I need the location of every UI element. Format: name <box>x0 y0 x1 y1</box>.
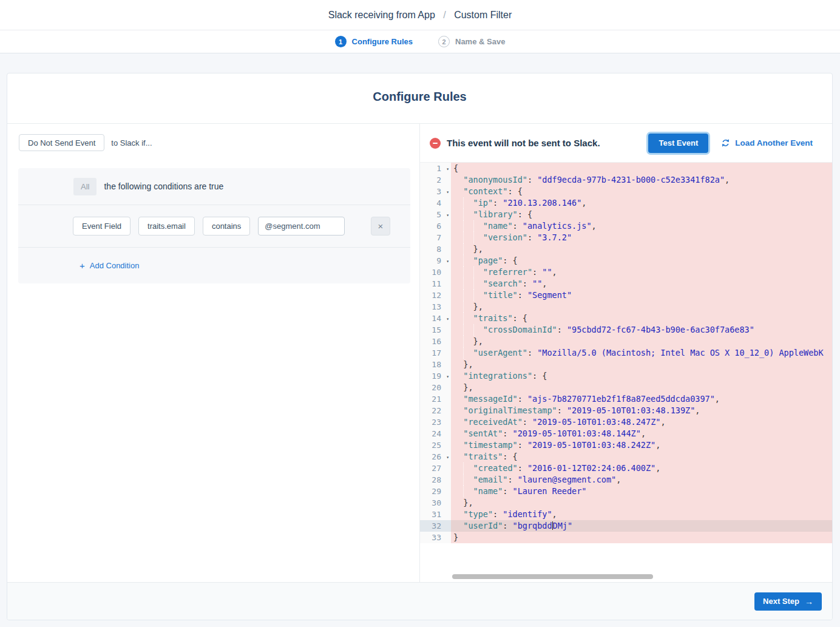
code-line-20[interactable]: 20 }, <box>420 382 832 393</box>
line-number: 14▾ <box>420 313 451 324</box>
code-line-5[interactable]: 5▾ "library": { <box>420 209 832 220</box>
next-step-button[interactable]: Next Step → <box>754 592 822 611</box>
code-line-21[interactable]: 21 "messageId": "ajs-7b8270771eb2f1f8a87… <box>420 393 832 405</box>
code-line-12[interactable]: 12 "title": "Segment" <box>420 290 832 301</box>
stepper: 1 Configure Rules 2 Name & Save <box>0 30 840 53</box>
line-number: 7 <box>420 232 451 243</box>
condition-field-button[interactable]: Event Field <box>73 217 130 236</box>
code-line-25[interactable]: 25 "timestamp": "2019-05-10T01:03:48.242… <box>420 439 832 451</box>
line-number: 11 <box>420 278 451 290</box>
plus-icon: + <box>80 260 85 271</box>
code-line-17[interactable]: 17 "userAgent": "Mozilla/5.0 (Macintosh;… <box>420 347 832 359</box>
code-line-3[interactable]: 3▾ "context": { <box>420 186 832 197</box>
json-event-editor[interactable]: 1▾{2 "anonymousId": "ddf9ecda-977b-4231-… <box>420 163 832 582</box>
load-another-event-link[interactable]: Load Another Event <box>721 138 813 147</box>
line-number: 9▾ <box>420 255 451 266</box>
code-line-8[interactable]: 8 }, <box>420 243 832 255</box>
code-line-content: "title": "Segment" <box>451 290 832 301</box>
step-1-label: Configure Rules <box>352 37 413 46</box>
fold-arrow-icon[interactable]: ▾ <box>446 186 449 198</box>
condition-value-input[interactable] <box>258 217 345 236</box>
line-number: 25 <box>420 439 451 451</box>
horizontal-scrollbar-thumb[interactable] <box>452 574 653 579</box>
match-mode-badge[interactable]: All <box>73 178 97 195</box>
line-number: 6 <box>420 220 451 232</box>
code-line-content: "search": "", <box>451 278 832 290</box>
remove-condition-button[interactable]: × <box>371 217 390 236</box>
code-line-6[interactable]: 6 "name": "analytics.js", <box>420 220 832 232</box>
line-number: 27 <box>420 463 451 474</box>
action-row: Do Not Send Event to Slack if... <box>19 134 419 151</box>
line-number: 32 <box>420 520 451 532</box>
line-number: 16 <box>420 336 451 347</box>
code-line-31[interactable]: 31 "type": "identify", <box>420 509 832 520</box>
code-line-30[interactable]: 30 }, <box>420 497 832 509</box>
line-number: 23 <box>420 416 451 428</box>
code-line-23[interactable]: 23 "receivedAt": "2019-05-10T01:03:48.24… <box>420 416 832 428</box>
code-line-11[interactable]: 11 "search": "", <box>420 278 832 290</box>
condition-path-button[interactable]: traits.email <box>138 217 195 236</box>
code-line-content: "page": { <box>451 255 832 266</box>
code-line-19[interactable]: 19▾ "integrations": { <box>420 370 832 382</box>
fold-arrow-icon[interactable]: ▾ <box>446 256 449 267</box>
code-line-4[interactable]: 4 "ip": "210.13.208.146", <box>420 197 832 209</box>
code-line-2[interactable]: 2 "anonymousId": "ddf9ecda-977b-4231-b00… <box>420 174 832 186</box>
line-number: 22 <box>420 405 451 416</box>
add-condition-button[interactable]: + Add Condition <box>80 260 139 271</box>
code-line-content: "traits": { <box>451 451 832 463</box>
code-line-content: }, <box>451 243 832 255</box>
step-name-and-save[interactable]: 2 Name & Save <box>438 36 505 47</box>
code-line-9[interactable]: 9▾ "page": { <box>420 255 832 266</box>
action-selector-button[interactable]: Do Not Send Event <box>19 134 104 151</box>
code-line-28[interactable]: 28 "email": "lauren@segment.com", <box>420 474 832 486</box>
code-line-content: "timestamp": "2019-05-10T01:03:48.242Z", <box>451 439 832 451</box>
code-line-content: "version": "3.7.2" <box>451 232 832 243</box>
fold-arrow-icon[interactable]: ▾ <box>446 452 449 463</box>
line-number: 33 <box>420 532 451 543</box>
breadcrumb-separator: / <box>438 10 451 20</box>
line-number: 10 <box>420 266 451 278</box>
fold-arrow-icon[interactable]: ▾ <box>446 371 449 382</box>
line-number: 28 <box>420 474 451 486</box>
code-line-16[interactable]: 16 }, <box>420 336 832 347</box>
code-line-14[interactable]: 14▾ "traits": { <box>420 313 832 324</box>
step-configure-rules[interactable]: 1 Configure Rules <box>335 36 413 47</box>
code-line-7[interactable]: 7 "version": "3.7.2" <box>420 232 832 243</box>
code-line-15[interactable]: 15 "crossDomainId": "95cbdd72-fc67-4b43-… <box>420 324 832 336</box>
code-line-content: }, <box>451 382 832 393</box>
match-mode-text: the following conditions are true <box>104 181 223 191</box>
code-line-content: "traits": { <box>451 313 832 324</box>
code-line-10[interactable]: 10 "referrer": "", <box>420 266 832 278</box>
line-number: 21 <box>420 393 451 405</box>
code-line-27[interactable]: 27 "created": "2016-01-12T02:24:06.400Z"… <box>420 463 832 474</box>
condition-row: Event Field traits.email contains × <box>18 205 410 247</box>
line-number: 31 <box>420 509 451 520</box>
breadcrumb-destination[interactable]: Slack receiving from App <box>328 10 435 20</box>
breadcrumb: Slack receiving from App / Custom Filter <box>328 10 512 21</box>
test-event-button[interactable]: Test Event <box>648 134 708 153</box>
code-line-content: "context": { <box>451 186 832 197</box>
line-number: 30 <box>420 497 451 509</box>
fold-arrow-icon[interactable]: ▾ <box>446 209 449 221</box>
code-line-22[interactable]: 22 "originalTimestamp": "2019-05-10T01:0… <box>420 405 832 416</box>
code-line-13[interactable]: 13 }, <box>420 301 832 313</box>
fold-arrow-icon[interactable]: ▾ <box>446 163 449 175</box>
fold-arrow-icon[interactable]: ▾ <box>446 313 449 325</box>
code-line-29[interactable]: 29 "name": "Lauren Reeder" <box>420 486 832 497</box>
code-line-content: "originalTimestamp": "2019-05-10T01:03:4… <box>451 405 832 416</box>
arrow-right-icon: → <box>805 597 813 606</box>
add-condition-row: + Add Condition <box>18 247 410 283</box>
condition-operator-button[interactable]: contains <box>203 217 250 236</box>
conditions-group: All the following conditions are true Ev… <box>18 168 410 283</box>
code-line-33[interactable]: 33} <box>420 532 832 543</box>
code-line-18[interactable]: 18 }, <box>420 359 832 370</box>
code-line-24[interactable]: 24 "sentAt": "2019-05-10T01:03:48.144Z", <box>420 428 832 439</box>
code-line-26[interactable]: 26▾ "traits": { <box>420 451 832 463</box>
filter-conditions-panel: Do Not Send Event to Slack if... All the… <box>7 124 420 582</box>
code-line-1[interactable]: 1▾{ <box>420 163 832 174</box>
code-line-32[interactable]: 32 "userId": "bgrqbddDMj" <box>420 520 832 532</box>
code-line-content: "userId": "bgrqbddDMj" <box>451 520 832 532</box>
line-number: 3▾ <box>420 186 451 197</box>
code-line-content: }, <box>451 301 832 313</box>
line-number: 18 <box>420 359 451 370</box>
